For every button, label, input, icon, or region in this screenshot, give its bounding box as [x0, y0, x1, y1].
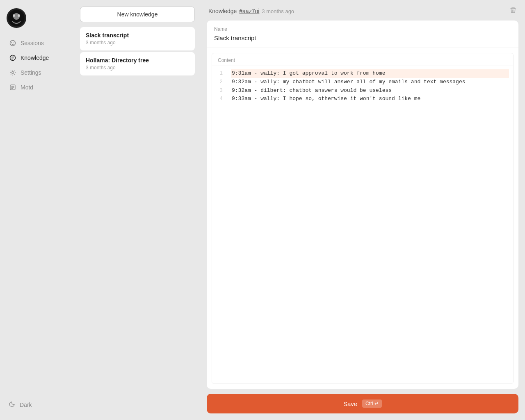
app-logo[interactable] — [7, 8, 26, 28]
sidebar-item-motd[interactable]: Motd — [2, 80, 73, 94]
svg-point-4 — [10, 41, 16, 46]
sidebar-item-settings-label: Settings — [21, 69, 41, 76]
name-section: Name — [207, 21, 518, 48]
svg-point-3 — [18, 14, 20, 17]
dark-mode-label: Dark — [20, 402, 32, 408]
knowledge-id: #aaz7oi — [239, 8, 259, 14]
knowledge-item-info-slack: Slack transcript 3 months ago — [86, 32, 129, 46]
knowledge-time: 3 months ago — [262, 8, 294, 14]
knowledge-item-title-hollama: Hollama: Directory tree — [86, 57, 149, 64]
knowledge-icon — [9, 54, 16, 62]
sidebar-item-knowledge[interactable]: Knowledge — [2, 51, 73, 65]
sidebar-bottom: Dark — [0, 394, 75, 415]
line-number: 2 — [216, 78, 223, 87]
knowledge-header-label: Knowledge — [208, 8, 237, 14]
code-lines[interactable]: 9:31am - wally: I got approval to work f… — [227, 66, 513, 383]
svg-point-5 — [11, 42, 12, 43]
dark-mode-icon — [9, 401, 16, 409]
editor-area: Name Content 1234 9:31am - wally: I got … — [207, 21, 518, 389]
knowledge-item-date-slack: 3 months ago — [86, 40, 129, 46]
header-info: Knowledge #aaz7oi 3 months ago — [208, 8, 294, 14]
svg-point-11 — [12, 72, 14, 74]
knowledge-list: Slack transcript 3 months ago 🗑 Hollama:… — [80, 27, 195, 75]
content-section: Content 1234 9:31am - wally: I got appro… — [212, 53, 514, 384]
svg-point-2 — [13, 14, 15, 17]
knowledge-item-title-slack: Slack transcript — [86, 32, 129, 39]
knowledge-item-slack[interactable]: Slack transcript 3 months ago 🗑 — [80, 27, 195, 50]
sidebar: Sessions Knowledge Settings — [0, 0, 75, 420]
motd-icon — [9, 84, 16, 91]
knowledge-item-date-hollama: 3 months ago — [86, 65, 149, 71]
new-knowledge-button[interactable]: New knowledge — [80, 7, 195, 22]
main-content: Knowledge #aaz7oi 3 months ago Name Cont… — [200, 0, 525, 420]
save-label: Save — [343, 400, 357, 407]
line-number: 3 — [216, 87, 223, 95]
code-line: 9:32am - dilbert: chatbot answers would … — [231, 87, 509, 95]
sidebar-nav: Sessions Knowledge Settings — [0, 36, 75, 394]
list-panel: New knowledge Slack transcript 3 months … — [75, 0, 200, 420]
code-line: 9:33am - wally: I hope so, otherwise it … — [231, 95, 509, 103]
delete-knowledge-button[interactable] — [509, 7, 517, 16]
content-label: Content — [212, 53, 513, 66]
sidebar-item-sessions-label: Sessions — [21, 40, 44, 46]
main-header: Knowledge #aaz7oi 3 months ago — [207, 7, 518, 16]
sidebar-item-settings[interactable]: Settings — [2, 66, 73, 80]
line-numbers: 1234 — [212, 66, 227, 383]
code-editor[interactable]: 1234 9:31am - wally: I got approval to w… — [212, 66, 513, 383]
sessions-icon — [9, 39, 16, 47]
sidebar-item-knowledge-label: Knowledge — [21, 55, 49, 61]
name-label: Name — [214, 26, 511, 32]
sidebar-item-sessions[interactable]: Sessions — [2, 36, 73, 50]
svg-point-6 — [14, 42, 14, 43]
dark-mode-toggle[interactable]: Dark — [2, 397, 73, 412]
sidebar-item-motd-label: Motd — [21, 84, 33, 91]
code-line: 9:32am - wally: my chatbot will answer a… — [231, 78, 509, 87]
line-number: 1 — [216, 69, 223, 78]
settings-icon — [9, 69, 16, 76]
knowledge-item-info-hollama: Hollama: Directory tree 3 months ago — [86, 57, 149, 71]
save-shortcut: Ctrl ↵ — [362, 399, 382, 408]
code-line: 9:31am - wally: I got approval to work f… — [231, 69, 509, 78]
save-bar[interactable]: Save Ctrl ↵ — [207, 394, 518, 413]
name-input[interactable] — [214, 34, 511, 41]
knowledge-item-hollama[interactable]: Hollama: Directory tree 3 months ago 🗑 — [80, 52, 195, 75]
line-number: 4 — [216, 95, 223, 103]
